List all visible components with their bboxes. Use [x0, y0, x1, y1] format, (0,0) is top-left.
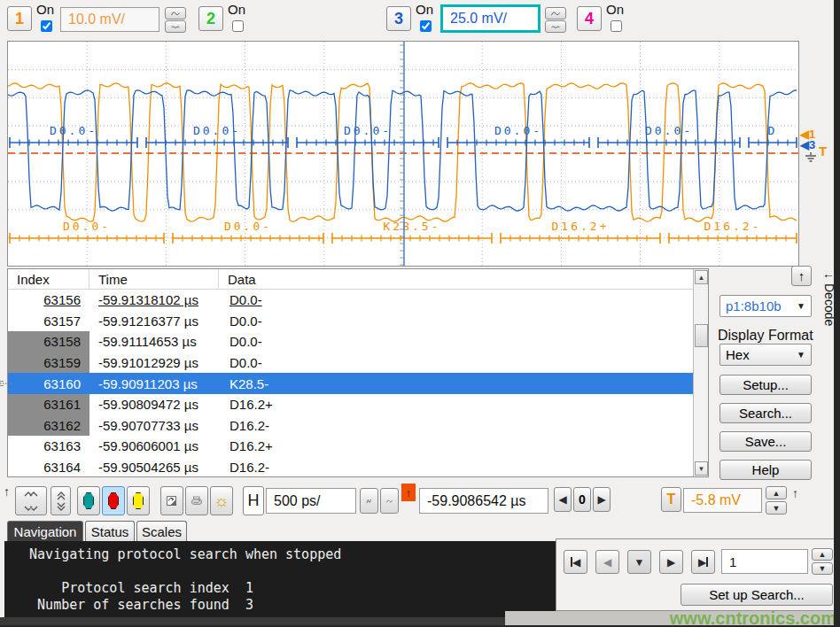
table-cell[interactable]: -59.91318102 µs [89, 290, 219, 311]
table-cell[interactable]: 63159 [8, 352, 89, 374]
tab-navigation[interactable]: Navigation [7, 521, 83, 541]
svg-text:K28.5-: K28.5- [384, 220, 441, 233]
channel-3-scale-down-button[interactable] [545, 20, 566, 33]
channel-4-button[interactable]: 4 [577, 6, 602, 31]
screen-copy-button[interactable] [160, 486, 183, 515]
help-button[interactable]: Help [719, 460, 812, 480]
channel-1-scale-up-button[interactable] [165, 7, 186, 19]
table-cell[interactable]: -59.90707733 µs [89, 415, 219, 437]
horizontal-menu-button[interactable]: H [243, 486, 264, 515]
channel-3-on-checkbox[interactable] [420, 20, 432, 32]
table-cell[interactable]: 63158 [8, 331, 89, 352]
trigger-slope-icon[interactable]: ↑ [401, 484, 416, 501]
channel-2-button[interactable]: 2 [198, 6, 223, 31]
table-cell[interactable]: 63162 [8, 415, 89, 437]
channel-3-scale-up-button[interactable] [545, 7, 566, 19]
decode-source-select[interactable]: p1:8b10b▼ [719, 295, 812, 317]
table-cell[interactable]: 63161 [8, 394, 89, 415]
table-cell[interactable]: D16.2+ [219, 394, 693, 415]
scroll-up-button[interactable]: ▲ [695, 270, 708, 284]
table-cell[interactable]: K28.5- [219, 373, 693, 394]
table-cell[interactable]: D0.0- [219, 331, 693, 352]
table-cell[interactable]: 63156 [8, 290, 89, 311]
table-row[interactable]: 63161-59.90809472 µsD16.2+ [8, 394, 693, 415]
channel-4-on-checkbox[interactable] [611, 20, 622, 32]
panel-collapse-up-button[interactable]: ↑ [791, 266, 812, 286]
next-result-button[interactable]: ▶ [659, 550, 683, 574]
display-format-select[interactable]: Hex▼ [719, 344, 812, 366]
timebase-zoom-out-button[interactable] [380, 488, 399, 514]
search-button[interactable]: Search... [719, 403, 812, 423]
channel-3-scale-input[interactable]: 25.0 mV/ [440, 4, 541, 33]
table-cell[interactable]: -59.90504265 µs [89, 457, 219, 478]
vertical-scale-button[interactable] [51, 486, 71, 515]
save-button[interactable]: Save... [719, 431, 812, 452]
channel-2-on-checkbox[interactable] [232, 20, 244, 32]
first-result-button[interactable]: ◀ [564, 550, 587, 574]
current-result-button[interactable]: ▼ [627, 550, 651, 574]
decode-sidebar-tab[interactable]: ← Decode [822, 266, 835, 381]
table-cell[interactable]: D0.0- [219, 352, 693, 374]
table-cell[interactable]: -59.91114653 µs [89, 331, 219, 352]
search-index-up-button[interactable]: ▲ [812, 548, 833, 561]
single-button[interactable] [127, 486, 150, 515]
table-row[interactable]: 63156-59.91318102 µsD0.0- [8, 290, 693, 311]
stop-button[interactable] [102, 486, 125, 515]
table-cell[interactable]: -59.90809472 µs [89, 394, 219, 415]
channel-3-button[interactable]: 3 [386, 6, 411, 31]
table-cell[interactable]: D0.0- [219, 290, 693, 311]
table-cell[interactable]: D0.0- [219, 311, 693, 332]
search-index-input[interactable]: 1 [721, 549, 808, 574]
trigger-menu-button[interactable]: T [661, 487, 681, 512]
delay-input[interactable]: -59.9086542 µs [419, 488, 548, 514]
timebase-zoom-in-button[interactable] [360, 488, 378, 514]
scroll-down-button[interactable]: ▼ [695, 461, 708, 476]
channel-1-scale-input[interactable]: 10.0 mV/ [60, 7, 159, 32]
search-index-down-button[interactable]: ▼ [812, 562, 833, 575]
table-row[interactable]: 63160-59.90911203 µsK28.5- [8, 373, 693, 394]
channel-1-button[interactable]: 1 [7, 6, 32, 31]
table-scrollbar[interactable]: ▲ ▼ [693, 269, 708, 476]
table-row[interactable]: 63162-59.90707733 µsD16.2- [8, 415, 693, 437]
table-cell[interactable]: 63163 [8, 436, 89, 457]
table-cell[interactable]: D16.2- [219, 457, 693, 478]
channel-4-on-label: On [606, 2, 624, 17]
table-cell[interactable]: D16.2- [219, 415, 693, 437]
table-cell[interactable]: 63160 [8, 373, 89, 394]
tab-scales[interactable]: Scales [136, 521, 187, 541]
table-cell[interactable]: 63164 [8, 457, 89, 478]
vertical-expand-button[interactable] [15, 486, 47, 515]
waveform-plot: D0.0-D0.0-D0.0-D0.0-D0.0-DD0.0-D0.0-K28.… [7, 41, 799, 267]
last-result-button[interactable]: ▶ [691, 550, 715, 574]
table-row[interactable]: 63164-59.90504265 µsD16.2- [8, 457, 693, 478]
trigger-level-input[interactable]: -5.8 mV [683, 488, 762, 513]
run-button[interactable] [77, 486, 100, 515]
table-cell[interactable]: -59.90606001 µs [89, 436, 219, 457]
table-cell[interactable]: 63157 [8, 311, 89, 332]
print-button[interactable] [185, 486, 208, 515]
channel-1-on-checkbox[interactable] [41, 20, 52, 32]
trigger-level-marker[interactable]: T [819, 143, 827, 159]
display-brightness-button[interactable]: ☼ [210, 486, 233, 515]
table-cell[interactable]: -59.91216377 µs [89, 311, 219, 332]
previous-result-button[interactable]: ◀ [595, 550, 619, 574]
trigger-level-up-button[interactable]: ▲ [766, 486, 787, 499]
table-cell[interactable]: D16.2+ [219, 436, 693, 457]
table-row[interactable]: 63158-59.91114653 µsD0.0- [8, 331, 693, 352]
trigger-level-down-button[interactable]: ▼ [766, 501, 787, 515]
table-cell[interactable]: -59.91012929 µs [89, 352, 219, 374]
delay-zero-button[interactable]: 0 [573, 487, 591, 512]
channel-1-scale-down-button[interactable] [165, 20, 186, 33]
delay-right-button[interactable]: ▶ [593, 487, 611, 512]
channel-3-level-marker[interactable]: ◀3 [800, 138, 815, 151]
table-cell[interactable]: -59.90911203 µs [89, 373, 219, 394]
table-row[interactable]: 63157-59.91216377 µsD0.0- [8, 311, 693, 332]
setup-button[interactable]: Setup... [719, 375, 812, 395]
table-row[interactable]: 63159-59.91012929 µsD0.0- [8, 352, 693, 374]
scrollbar-thumb[interactable] [695, 324, 708, 347]
tab-status[interactable]: Status [85, 521, 135, 541]
delay-left-button[interactable]: ◀ [554, 487, 572, 512]
timebase-input[interactable]: 500 ps/ [266, 488, 356, 514]
set-up-search-button[interactable]: Set up Search... [681, 584, 833, 606]
table-row[interactable]: 63163-59.90606001 µsD16.2+ [8, 436, 693, 457]
